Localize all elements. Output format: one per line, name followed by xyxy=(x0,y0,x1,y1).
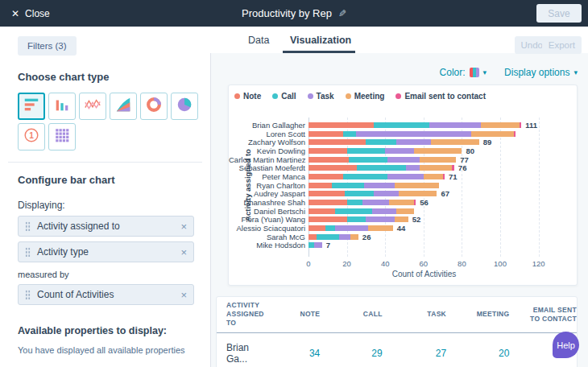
table-cell-value[interactable]: 34 xyxy=(267,333,320,367)
table-header-cell: ACTIVITY ASSIGNED TO xyxy=(217,297,267,333)
chart-type-line[interactable] xyxy=(79,93,106,120)
chart-type-number[interactable]: 1 xyxy=(18,123,45,151)
color-dropdown[interactable]: Color: ▾ xyxy=(440,67,487,78)
bar-segment-call xyxy=(366,139,396,145)
export-button[interactable]: Export xyxy=(542,36,582,54)
pivot-table-icon xyxy=(53,126,71,147)
display-options-dropdown[interactable]: Display options ▾ xyxy=(504,67,578,78)
chart-type-donut[interactable] xyxy=(140,93,168,120)
bar-segment-call xyxy=(347,148,386,154)
bar-segment-meeting xyxy=(414,148,462,154)
pill-label: Activity assigned to xyxy=(37,221,176,232)
displaying-label: Displaying: xyxy=(18,200,194,211)
bar-value-label: 67 xyxy=(441,189,449,198)
configure-heading: Configure bar chart xyxy=(18,174,194,186)
table-cell-value[interactable]: 20 xyxy=(446,333,509,367)
remove-icon[interactable]: × xyxy=(176,221,187,232)
remove-icon[interactable]: × xyxy=(176,290,187,300)
svg-text:1: 1 xyxy=(29,131,34,140)
x-tick-label: 80 xyxy=(458,259,466,268)
drag-handle-icon[interactable] xyxy=(25,221,31,232)
pill-activity-type[interactable]: Activity type× xyxy=(18,241,194,262)
table-cell-value[interactable]: 29 xyxy=(320,333,382,367)
bar-segment-call xyxy=(347,216,366,222)
bar-value-label: 7 xyxy=(326,241,330,249)
bar-row: Dhanashree Shah56 xyxy=(229,198,577,207)
active-tab-underline xyxy=(283,51,355,53)
rep-name: Audrey Jaspart xyxy=(229,189,305,198)
legend-item[interactable]: Note xyxy=(234,92,261,101)
table-header-cell: NOTE xyxy=(267,297,320,333)
available-properties-heading: Available properties to display: xyxy=(18,325,194,336)
legend-item[interactable]: Call xyxy=(272,92,296,101)
bar-segment-note xyxy=(308,183,332,188)
bar-segment-meeting xyxy=(399,191,437,196)
edit-title-icon[interactable]: ✎ xyxy=(338,8,346,19)
chart-type-vertical-bar[interactable] xyxy=(48,93,76,120)
drag-handle-icon[interactable] xyxy=(25,247,31,258)
chart-legend: NoteCallTaskMeetingEmail sent to contact xyxy=(234,92,486,101)
legend-label: Email sent to contact xyxy=(404,92,486,101)
table-cell-rep: Brian Ga... xyxy=(217,333,267,367)
help-button[interactable]: Help xyxy=(553,332,579,358)
stacked-bar xyxy=(308,157,456,163)
legend-label: Task xyxy=(317,92,334,101)
drag-handle-icon[interactable] xyxy=(25,290,31,300)
x-tick-label: 60 xyxy=(420,259,429,268)
bar-segment-meeting xyxy=(350,234,358,240)
legend-dot-icon xyxy=(272,93,278,99)
bar-row: Sarah McG26 xyxy=(229,233,577,241)
legend-item[interactable]: Meeting xyxy=(346,92,385,101)
vertical-bar-icon xyxy=(53,96,71,117)
rep-name: Mike Hodsdon xyxy=(229,241,305,249)
bar-row: Ryan Charlton xyxy=(229,181,577,190)
legend-dot-icon xyxy=(234,93,240,99)
bar-segment-task xyxy=(385,148,414,154)
bar-segment-email-sent-to-contact xyxy=(514,131,516,137)
bar-segment-task xyxy=(372,208,397,214)
bar-segment-call xyxy=(343,174,387,179)
filters-button[interactable]: Filters (3) xyxy=(18,36,77,56)
bar-segment-task xyxy=(364,183,395,188)
save-button[interactable]: Save xyxy=(536,4,582,23)
bar-segment-call xyxy=(349,157,387,163)
tab-visualization[interactable]: Visualization xyxy=(290,27,351,53)
bar-segment-task xyxy=(396,139,431,145)
bar-value-label: 71 xyxy=(449,172,458,181)
chart-type-area[interactable] xyxy=(110,93,137,120)
rep-name: Alessio Sciacquatori xyxy=(229,224,305,233)
close-icon: ✕ xyxy=(11,9,19,19)
table-row: Brian Ga...34292720 xyxy=(217,333,577,367)
stacked-bar xyxy=(308,216,408,222)
bar-segment-email-sent-to-contact xyxy=(520,122,521,128)
table-cell-value[interactable]: 27 xyxy=(383,333,446,367)
legend-label: Note xyxy=(243,92,261,101)
x-axis-ticks: 020406080100120 xyxy=(308,259,540,268)
bar-segment-call xyxy=(335,208,371,214)
bar-segment-meeting xyxy=(471,131,513,137)
stacked-bar xyxy=(308,208,414,214)
tab-data[interactable]: Data xyxy=(248,27,269,53)
bar-segment-note xyxy=(308,165,357,171)
number-icon: 1 xyxy=(23,126,40,147)
rep-name: Dhanashree Shah xyxy=(229,198,305,207)
pill-count-of-activities[interactable]: Count of Activities× xyxy=(18,284,194,305)
chart-type-pivot-table[interactable] xyxy=(48,123,76,151)
legend-item[interactable]: Email sent to contact xyxy=(395,92,486,101)
bar-segment-meeting xyxy=(396,208,413,214)
bar-segment-meeting xyxy=(431,139,479,145)
close-button[interactable]: ✕ Close xyxy=(11,8,50,19)
remove-icon[interactable]: × xyxy=(176,247,187,258)
bar-segment-call xyxy=(357,165,407,171)
chart-type-horizontal-bar[interactable] xyxy=(18,93,45,120)
pill-activity-assigned-to[interactable]: Activity assigned to× xyxy=(18,216,194,237)
legend-label: Meeting xyxy=(354,92,385,101)
legend-item[interactable]: Task xyxy=(308,92,334,101)
stacked-bar xyxy=(308,225,393,231)
chart-type-pie[interactable] xyxy=(171,93,198,120)
bar-segment-call xyxy=(343,131,357,137)
bar-segment-task xyxy=(374,191,399,196)
measure-pills: Count of Activities× xyxy=(18,284,194,305)
line-icon xyxy=(84,96,101,117)
bar-row: Brian Gallagher111 xyxy=(229,121,577,130)
